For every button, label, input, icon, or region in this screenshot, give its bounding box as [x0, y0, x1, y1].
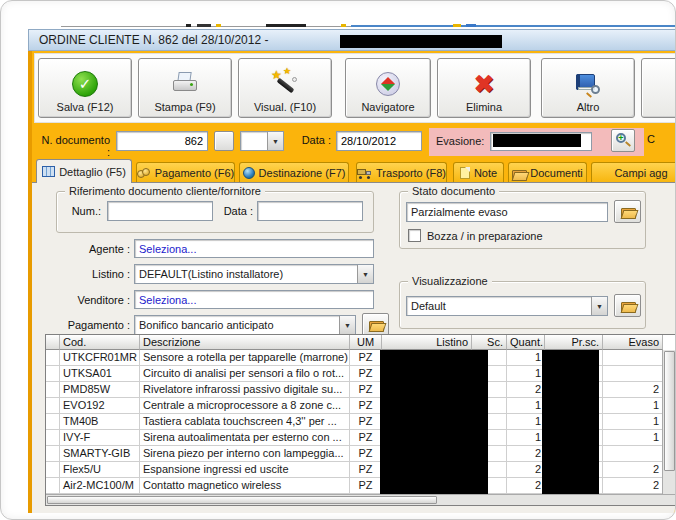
- stampa-button-label: Stampa (F9): [154, 101, 215, 113]
- cell-evaso: 1: [603, 398, 663, 414]
- visualizza-button[interactable]: ★★ Visual. (F10): [238, 58, 332, 118]
- venditore-label: Venditore :: [42, 294, 130, 306]
- visualizzazione-combo[interactable]: Default ▼: [406, 296, 608, 316]
- column-header-um[interactable]: UM: [350, 335, 382, 350]
- num-input[interactable]: [107, 201, 213, 221]
- table-vertical-scrollbar[interactable]: [662, 350, 676, 494]
- cell-descr: Centrale a microprocessore a 8 zone c...: [140, 398, 350, 414]
- pagamento-combo[interactable]: Bonifico bancario anticipato ▼: [134, 315, 356, 335]
- vertical-scrollbar-thumb[interactable]: [664, 351, 675, 471]
- listino-label: Listino :: [42, 268, 130, 280]
- doc-type-combo[interactable]: ▼: [240, 131, 284, 151]
- column-header-descr[interactable]: Descrizione: [140, 335, 350, 350]
- salva-button[interactable]: ✓ Salva (F12): [38, 58, 132, 118]
- venditore-field[interactable]: Seleziona...: [134, 290, 374, 309]
- pagamento-folder-button[interactable]: [362, 313, 389, 336]
- cell-descr: Espansione ingressi ed uscite: [140, 462, 350, 478]
- tab-dettaglio-label: Dettaglio (F5): [59, 166, 126, 178]
- cell-quant: 1: [507, 430, 545, 446]
- cell-descr: Sirena piezo per interno con lampeggia..…: [140, 446, 350, 462]
- rif-data-input[interactable]: [257, 201, 363, 221]
- cell-cod: Air2-MC100/M: [60, 478, 140, 494]
- column-header-listino[interactable]: Listino: [382, 335, 472, 350]
- bozza-checkbox-row[interactable]: Bozza / in preparazione: [408, 229, 543, 242]
- column-header-sel[interactable]: [46, 335, 60, 350]
- cell-quant: 2: [507, 382, 545, 398]
- magic-wand-icon: ★★: [271, 67, 299, 101]
- table-horizontal-scrollbar[interactable]: [46, 494, 676, 505]
- cell-um: PZ: [350, 366, 382, 382]
- tab-campi-aggiuntivi[interactable]: Campi agg: [591, 162, 676, 183]
- elimina-button[interactable]: ✖ Elimina: [437, 58, 531, 118]
- order-lines-table: Cod.DescrizioneUMListinoSc.Quant.Pr.sc.E…: [45, 334, 676, 506]
- cell-quant: 1: [507, 398, 545, 414]
- cell-cod: UTKCFR01MR: [60, 350, 140, 366]
- tab-trasporto[interactable]: Trasporto (F8): [356, 162, 447, 183]
- tab-documenti[interactable]: Documenti: [508, 162, 587, 183]
- chevron-down-icon: ▼: [267, 132, 283, 150]
- cell-descr: Tastiera cablata touchscreen 4,3'' per .…: [140, 414, 350, 430]
- column-header-sc[interactable]: Sc.: [472, 335, 507, 350]
- column-header-cod[interactable]: Cod.: [60, 335, 140, 350]
- column-header-evaso[interactable]: Evaso: [603, 335, 663, 350]
- background-speck: [466, 24, 476, 27]
- cell-evaso: 2: [603, 478, 663, 494]
- note-icon: [460, 167, 470, 179]
- redacted-listino-sc-values: [380, 350, 488, 494]
- magnifier-handle: [625, 141, 631, 146]
- visualizzazione-folder-button[interactable]: [614, 294, 641, 317]
- agente-field[interactable]: Seleziona...: [134, 239, 374, 258]
- visualizzazione-group-label: Visualizzazione: [408, 275, 492, 287]
- cell-sel: [46, 350, 60, 366]
- cell-descr: Circuito di analisi per sensori a filo o…: [140, 366, 350, 382]
- background-speck: [453, 24, 461, 27]
- tab-dettaglio[interactable]: Dettaglio (F5): [36, 159, 132, 183]
- tab-pagamento[interactable]: Pagamento (F6): [136, 162, 235, 183]
- navigatore-button[interactable]: Navigatore: [345, 58, 431, 118]
- compass-icon: [376, 67, 400, 101]
- doc-number-button[interactable]: [214, 131, 234, 151]
- cell-cod: PMD85W: [60, 382, 140, 398]
- data-input[interactable]: [336, 131, 422, 151]
- evasione-search-button[interactable]: +: [611, 129, 635, 152]
- cell-sel: [46, 446, 60, 462]
- cell-quant: 2: [507, 462, 545, 478]
- cell-descr: Sensore a rotella per tapparelle (marron…: [140, 350, 350, 366]
- cell-um: PZ: [350, 414, 382, 430]
- evasione-input[interactable]: [490, 132, 592, 151]
- cell-cod: UTKSA01: [60, 366, 140, 382]
- delete-x-icon: ✖: [473, 67, 495, 101]
- num-label: Num.:: [63, 205, 101, 217]
- cell-quant: 2: [507, 478, 545, 494]
- tab-destinazione[interactable]: Destinazione (F7): [239, 162, 349, 183]
- main-toolbar: ✓ Salva (F12) Stampa (F9) ★★ Visual. (F1…: [34, 53, 676, 123]
- visualizza-button-label: Visual. (F10): [254, 101, 316, 113]
- stampa-button[interactable]: Stampa (F9): [138, 58, 232, 118]
- cell-sel: [46, 398, 60, 414]
- n-documento-input[interactable]: [116, 131, 208, 151]
- window-titlebar[interactable]: ORDINE CLIENTE N. 862 del 28/10/2012 -: [28, 29, 676, 51]
- table-header-row: Cod.DescrizioneUMListinoSc.Quant.Pr.sc.E…: [46, 335, 676, 350]
- background-speck: [341, 24, 346, 27]
- visualizzazione-combo-value: Default: [407, 300, 591, 312]
- bozza-checkbox[interactable]: [408, 229, 421, 242]
- listino-combo-value: DEFAULT(Listino installatore): [135, 268, 357, 280]
- stato-documento-field[interactable]: Parzialmente evaso: [406, 202, 608, 222]
- altro-button[interactable]: Altro: [541, 58, 635, 118]
- cell-um: PZ: [350, 350, 382, 366]
- redacted-customer-name: [340, 35, 502, 48]
- dettaglio-tab-panel: Riferimento documento cliente/fornitore …: [32, 182, 676, 513]
- open-folder-icon: [621, 206, 635, 217]
- open-folder-icon: [621, 300, 635, 311]
- toolbar-partial-button[interactable]: [641, 58, 676, 118]
- column-header-prsc[interactable]: Pr.sc.: [545, 335, 603, 350]
- horizontal-scrollbar-thumb[interactable]: [47, 496, 437, 504]
- column-header-quant[interactable]: Quant.: [507, 335, 545, 350]
- ordine-cliente-window: ORDINE CLIENTE N. 862 del 28/10/2012 - ✓…: [28, 29, 676, 513]
- listino-combo[interactable]: DEFAULT(Listino installatore) ▼: [134, 264, 374, 284]
- tab-note[interactable]: Note: [453, 162, 504, 183]
- cell-evaso: 1: [603, 430, 663, 446]
- cell-cod: EVO192: [60, 398, 140, 414]
- stato-documento-folder-button[interactable]: [614, 200, 641, 223]
- cell-sel: [46, 414, 60, 430]
